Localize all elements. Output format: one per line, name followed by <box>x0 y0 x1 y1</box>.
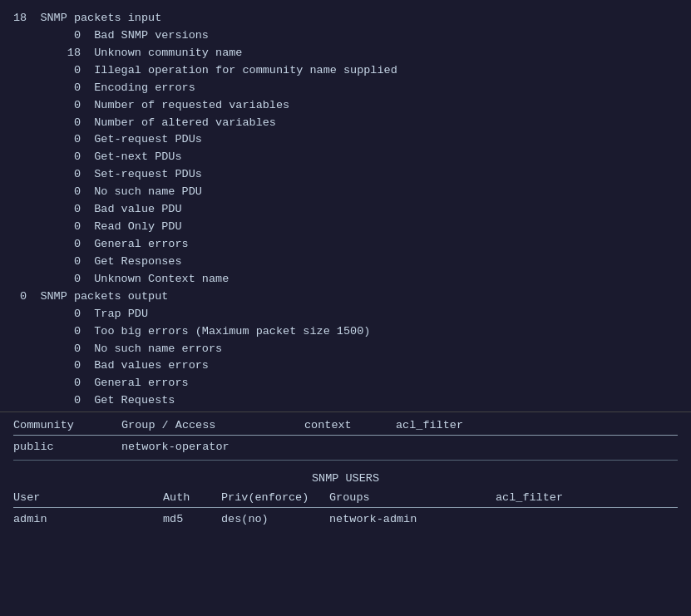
community-section: Community Group / Access context acl_fil… <box>0 412 691 453</box>
terminal-line: 0 General errors <box>13 375 678 392</box>
users-table-row: admin md5 des(no) network-admin <box>13 511 678 525</box>
terminal-line: 0 Illegal operation for community name s… <box>13 62 678 80</box>
terminal-line: 0 Number of altered variables <box>13 115 678 132</box>
group-access-value: network-operator <box>121 441 304 453</box>
col-header-acl2: acl_filter <box>496 491 595 504</box>
col-header-auth: Auth <box>163 491 221 504</box>
terminal-line: 0 Bad values errors <box>13 357 678 375</box>
terminal-line: 0 General errors <box>13 236 678 254</box>
terminal-line: 18 SNMP packets input <box>13 10 678 27</box>
terminal-line: 0 Bad value PDU <box>13 201 678 219</box>
col-header-community: Community <box>13 419 121 431</box>
terminal-line: 0 Too big errors (Maximum packet size 15… <box>13 323 678 341</box>
terminal-line: 0 Get Requests <box>13 392 678 410</box>
terminal-line: 0 Trap PDU <box>13 306 678 323</box>
acl2-value <box>496 513 595 525</box>
groups-value: network-admin <box>329 513 496 525</box>
terminal-line: 0 No such name PDU <box>13 184 678 201</box>
snmp-users-section: SNMP USERS User Auth Priv(enforce) Group… <box>0 467 691 525</box>
terminal-line: 0 Unknown Context name <box>13 271 678 288</box>
terminal-line: 0 Read Only PDU <box>13 219 678 236</box>
terminal-line: 0 Get-next PDUs <box>13 149 678 166</box>
community-value: public <box>13 441 121 453</box>
auth-value: md5 <box>163 513 221 525</box>
community-table-row: public network-operator <box>13 439 678 453</box>
terminal-line: 0 Set-request PDUs <box>13 166 678 184</box>
community-table-header: Community Group / Access context acl_fil… <box>13 419 678 436</box>
terminal-line: 0 Encoding errors <box>13 80 678 97</box>
section-divider <box>13 460 678 461</box>
col-header-priv: Priv(enforce) <box>221 491 329 504</box>
terminal-output: 18 SNMP packets input 0 Bad SNMP version… <box>0 0 691 411</box>
context-value <box>304 441 396 453</box>
terminal-tables: Community Group / Access context acl_fil… <box>0 411 691 616</box>
terminal-line: 0 Number of requested variables <box>13 97 678 115</box>
terminal-line: 0 Get-request PDUs <box>13 131 678 149</box>
user-value: admin <box>13 513 163 525</box>
snmp-users-title: SNMP USERS <box>13 467 678 490</box>
col-header-group-access: Group / Access <box>121 419 304 431</box>
terminal-line: 18 Unknown community name <box>13 45 678 62</box>
terminal-line: 0 SNMP packets output <box>13 288 678 306</box>
col-header-context: context <box>304 419 396 431</box>
users-table-header: User Auth Priv(enforce) Groups acl_filte… <box>13 491 678 508</box>
acl-value <box>396 441 496 453</box>
priv-value: des(no) <box>221 513 329 525</box>
col-header-user: User <box>13 491 163 504</box>
terminal-line: 0 No such name errors <box>13 341 678 358</box>
col-header-groups: Groups <box>329 491 496 504</box>
col-header-acl: acl_filter <box>396 419 496 431</box>
terminal-line: 0 Get Responses <box>13 254 678 271</box>
terminal-line: 0 Bad SNMP versions <box>13 27 678 45</box>
